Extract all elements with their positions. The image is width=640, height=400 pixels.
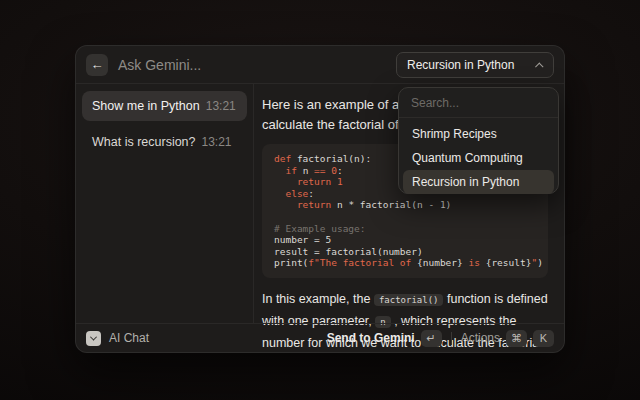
dropdown-item-list: Shrimp Recipes Quantum Computing Recursi… <box>399 118 558 198</box>
code-line: print(f"The factorial of {number} is {re… <box>274 257 536 269</box>
chat-history-item[interactable]: What is recursion? 13:21 <box>82 127 247 157</box>
model-selector-button[interactable]: Recursion in Python <box>396 52 554 78</box>
ask-gemini-input[interactable]: Ask Gemini... <box>118 57 386 73</box>
chat-history-item[interactable]: Show me in Python 13:21 <box>82 91 247 121</box>
chat-timestamp: 13:21 <box>202 135 232 149</box>
dropdown-search-input[interactable]: Search... <box>399 88 558 118</box>
dropdown-item[interactable]: Recursion in Python <box>403 170 554 194</box>
back-button[interactable]: ← <box>86 54 108 76</box>
chevron-up-icon <box>535 62 543 70</box>
footer-divider <box>451 332 452 345</box>
back-arrow-icon: ← <box>91 57 104 72</box>
footer: AI Chat Send to Gemini ↵ Actions ⌘ K <box>76 323 564 352</box>
k-key-icon: K <box>533 330 554 347</box>
ai-chat-button[interactable]: AI Chat <box>86 331 149 346</box>
dropdown-item[interactable]: Shrimp Recipes <box>403 122 554 146</box>
code-line: result = factorial(number) <box>274 246 536 258</box>
chat-history-sidebar: Show me in Python 13:21 What is recursio… <box>76 84 254 323</box>
chat-timestamp: 13:21 <box>206 99 236 113</box>
actions-label: Actions <box>461 331 500 345</box>
ai-chat-window: ← Ask Gemini... Recursion in Python Show… <box>75 45 565 353</box>
code-line <box>274 211 536 223</box>
chat-title: Show me in Python <box>92 99 200 113</box>
ai-chat-label: AI Chat <box>109 331 149 345</box>
ai-chat-icon <box>86 331 101 346</box>
dropdown-item[interactable]: Quantum Computing <box>403 146 554 170</box>
chat-title: What is recursion? <box>92 135 196 149</box>
model-selector-label: Recursion in Python <box>407 58 514 72</box>
return-key-icon: ↵ <box>421 330 442 347</box>
header: ← Ask Gemini... Recursion in Python <box>76 46 564 84</box>
actions-button[interactable]: Actions ⌘ K <box>461 330 554 347</box>
code-line: number = 5 <box>274 234 536 246</box>
code-line: # Example usage: <box>274 223 536 235</box>
app-background: { "window": { "header": { "back_icon": "… <box>0 0 640 400</box>
send-to-gemini-button[interactable]: Send to Gemini ↵ <box>327 330 442 347</box>
inline-code: factorial() <box>374 294 444 306</box>
model-dropdown: Search... Shrimp Recipes Quantum Computi… <box>398 87 559 194</box>
send-label: Send to Gemini <box>327 331 415 345</box>
code-line: return n * factorial(n - 1) <box>274 199 536 211</box>
cmd-key-icon: ⌘ <box>506 330 527 347</box>
